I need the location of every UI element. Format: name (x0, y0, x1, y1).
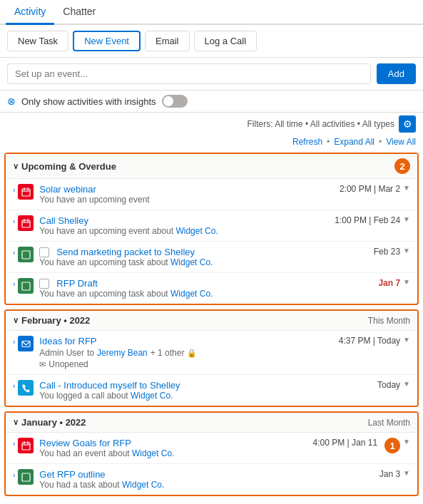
log-call-button[interactable]: Log a Call (194, 31, 258, 51)
upcoming-section: ∨ Upcoming & Overdue 2 › Solar webinar Y… (4, 153, 419, 305)
february-title-text: February • 2022 (21, 315, 90, 326)
event-input-row: Add (0, 58, 423, 91)
task-checkbox[interactable] (39, 279, 49, 289)
item-title[interactable]: Call - Introduced myself to Shelley (39, 380, 370, 391)
list-item: › Review Goals for RFP You had an event … (6, 433, 417, 464)
item-chevron-icon[interactable]: › (13, 186, 15, 194)
list-item: › Get RFP outline You had a task about W… (6, 464, 417, 495)
tab-activity[interactable]: Activity (6, 0, 54, 25)
upcoming-collapse-icon[interactable]: ∨ (13, 162, 19, 171)
item-date: 4:00 PM | Jan 11 (313, 438, 378, 448)
item-subtitle: You had a task about Widget Co. (39, 480, 372, 490)
list-item: › Call Shelley You have an upcoming even… (6, 210, 417, 242)
list-item: › Call - Introduced myself to Shelley Yo… (6, 375, 417, 406)
january-collapse-icon[interactable]: ∨ (13, 418, 19, 427)
task-icon (18, 469, 34, 485)
february-header: ∨ February • 2022 This Month (6, 311, 417, 331)
event-input[interactable] (7, 63, 371, 84)
date-dropdown-icon[interactable]: ▼ (403, 469, 410, 477)
list-item: › Solar webinar You have an upcoming eve… (6, 179, 417, 210)
lock-icon: 🔒 (187, 349, 197, 358)
item-chevron-icon[interactable]: › (13, 471, 15, 479)
item-date: 2:00 PM | Mar 2 ▼ (340, 184, 410, 194)
task-checkbox[interactable] (39, 247, 49, 257)
item-date: Jan 3 ▼ (379, 469, 410, 479)
svg-rect-11 (22, 443, 30, 450)
new-task-button[interactable]: New Task (7, 31, 68, 51)
widget-co-link[interactable]: Widget Co. (170, 257, 213, 267)
event-icon (18, 438, 34, 453)
item-title[interactable]: Solar webinar (39, 184, 332, 195)
date-dropdown-icon[interactable]: ▼ (403, 215, 410, 223)
email-check-icon: ✉ (39, 360, 46, 369)
svg-rect-9 (22, 282, 30, 290)
item-title[interactable]: Review Goals for RFP (39, 438, 298, 448)
item-subtitle: You have an upcoming task about Widget C… (39, 257, 366, 267)
item-chevron-icon[interactable]: › (13, 249, 15, 257)
svg-rect-15 (22, 473, 30, 481)
insights-label: Only show activities with insights (21, 96, 156, 107)
view-all-link[interactable]: View All (386, 137, 416, 147)
item-content: Get RFP outline You had a task about Wid… (39, 469, 372, 490)
widget-co-link[interactable]: Widget Co. (170, 289, 213, 299)
item-content: Review Goals for RFP You had an event ab… (39, 438, 298, 458)
refresh-link[interactable]: Refresh (292, 137, 322, 147)
insights-toggle[interactable] (162, 95, 188, 108)
item-content: Send marketing packet to Shelley You hav… (39, 247, 366, 267)
item-date: 4:37 PM | Today ▼ (339, 336, 410, 346)
january-header: ∨ January • 2022 Last Month (6, 413, 417, 433)
item-chevron-icon[interactable]: › (13, 338, 15, 346)
widget-co-link[interactable]: Widget Co. (175, 226, 218, 236)
new-event-button[interactable]: New Event (73, 31, 141, 51)
item-subtitle: You have an upcoming task about Widget C… (39, 289, 371, 299)
february-title: ∨ February • 2022 (13, 315, 90, 326)
item-extra: Admin User to Jeremy Bean + 1 other 🔒 (39, 348, 331, 358)
item-content: Ideas for RFP Admin User to Jeremy Bean … (39, 336, 331, 369)
filters-gear-button[interactable]: ⚙ (399, 115, 416, 133)
january-month-label: Last Month (368, 418, 410, 428)
upcoming-title-text: Upcoming & Overdue (21, 161, 116, 172)
item-chevron-icon[interactable]: › (13, 382, 15, 390)
add-button[interactable]: Add (377, 63, 416, 84)
item-chevron-icon[interactable]: › (13, 217, 15, 225)
list-item: › RFP Draft You have an upcoming task ab… (6, 273, 417, 304)
svg-rect-0 (22, 189, 30, 196)
jeremy-bean-link[interactable]: Jeremy Bean (97, 348, 148, 358)
item-status: ✉ Unopened (39, 359, 331, 369)
event-icon (18, 215, 34, 231)
widget-co-link[interactable]: Widget Co. (132, 448, 174, 458)
tabs-bar: Activity Chatter (0, 0, 423, 25)
date-dropdown-icon[interactable]: ▼ (403, 247, 410, 254)
item-title[interactable]: Get RFP outline (39, 469, 372, 480)
svg-rect-4 (22, 220, 30, 227)
upcoming-header: ∨ Upcoming & Overdue 2 (6, 154, 417, 179)
date-dropdown-icon[interactable]: ▼ (403, 438, 410, 446)
email-button[interactable]: Email (145, 31, 190, 51)
item-title[interactable]: Send marketing packet to Shelley (56, 247, 195, 257)
tab-chatter[interactable]: Chatter (54, 0, 104, 25)
item-chevron-icon[interactable]: › (13, 440, 15, 448)
date-dropdown-icon[interactable]: ▼ (403, 184, 410, 192)
item-title[interactable]: Call Shelley (39, 215, 327, 226)
list-item: › Send marketing packet to Shelley You h… (6, 242, 417, 273)
svg-rect-8 (22, 251, 30, 259)
filters-text: Filters: All time • All activities • All… (248, 119, 394, 129)
date-dropdown-icon[interactable]: ▼ (403, 336, 410, 344)
february-collapse-icon[interactable]: ∨ (13, 316, 19, 325)
email-icon (18, 336, 34, 351)
upcoming-title: ∨ Upcoming & Overdue (13, 161, 116, 172)
widget-co-link[interactable]: Widget Co. (131, 391, 173, 401)
item-title[interactable]: Ideas for RFP (39, 336, 331, 346)
task-icon (18, 247, 34, 262)
list-item: › Ideas for RFP Admin User to Jeremy Bea… (6, 331, 417, 375)
item-chevron-icon[interactable]: › (13, 280, 15, 288)
item-content: Solar webinar You have an upcoming event (39, 184, 332, 205)
date-dropdown-icon[interactable]: ▼ (403, 278, 410, 286)
item-content: RFP Draft You have an upcoming task abou… (39, 278, 371, 299)
item-title[interactable]: RFP Draft (56, 278, 98, 289)
january-section: ∨ January • 2022 Last Month › Review Goa… (4, 411, 419, 496)
date-dropdown-icon[interactable]: ▼ (403, 380, 410, 388)
upcoming-badge: 2 (394, 158, 410, 174)
expand-all-link[interactable]: Expand All (334, 137, 374, 147)
widget-co-link[interactable]: Widget Co. (122, 480, 164, 490)
